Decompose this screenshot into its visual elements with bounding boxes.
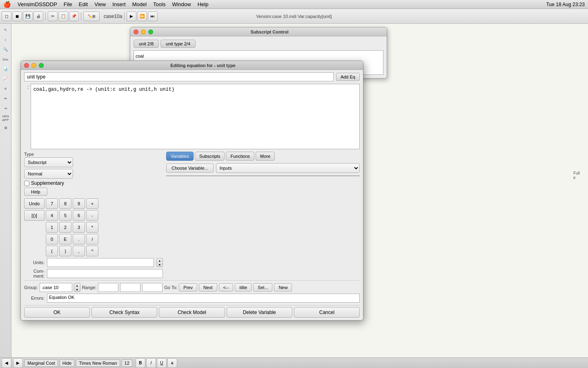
sidebar-arrow-icon[interactable]: ↖ [1,25,10,34]
toolbar-btn-3[interactable]: 💾 [23,11,33,21]
sidebar-chart-icon[interactable]: 📊 [1,65,10,74]
range-input-2[interactable] [120,283,140,292]
inputs-select[interactable]: Inputs [216,163,360,173]
kp-plus[interactable]: + [86,198,98,209]
toolbar-btn-9[interactable]: ⏭ [148,11,158,21]
eq-max-btn[interactable] [39,63,44,68]
kp-4[interactable]: 4 [46,210,58,221]
cancel-button[interactable]: Cancel [294,307,360,318]
toolbar-btn-sketch[interactable]: ✏️⊞ [83,11,100,21]
range-input-3[interactable] [142,283,163,292]
kp-9[interactable]: 9 [73,198,85,209]
subscript-item-coal[interactable]: coal [136,52,381,60]
kp-dot[interactable]: . [73,234,85,245]
sidebar-doc-icon[interactable]: Doc [1,55,10,64]
kp-7[interactable]: 7 [46,198,58,209]
sel-button[interactable]: Sel... [253,283,272,292]
kp-close-paren[interactable]: ) [59,246,71,256]
var-name-input[interactable] [24,72,334,81]
toolbar-run-btn[interactable]: ▶ [127,11,136,21]
eq-textarea[interactable] [31,84,360,149]
add-eq-button[interactable]: Add Eq [336,73,360,81]
subscript-close-btn[interactable] [134,29,138,34]
kp-1[interactable]: 1 [46,222,58,233]
supplementary-checkbox[interactable] [24,181,29,186]
eq-min-btn[interactable] [31,63,36,68]
eq-close-btn[interactable] [24,63,29,68]
kp-minus[interactable]: - [86,210,98,221]
subscript-max-btn[interactable] [148,29,153,34]
toolbar-btn-1[interactable]: ◻ [2,11,11,21]
sidebar-cursor-icon[interactable]: ↕ [1,35,10,44]
sidebar-flow-icon[interactable]: ⇒ [1,104,10,113]
subscript-tab-unit[interactable]: unit 2/8 [134,40,159,48]
toolbar-btn-4[interactable]: 🖨 [33,11,43,21]
apple-menu[interactable]: 🍎 [3,1,11,8]
kp-5[interactable]: 5 [59,210,71,221]
menu-item-file[interactable]: File [64,1,72,7]
kp-2[interactable]: 2 [59,222,71,233]
strikethrough-btn[interactable]: s [167,358,177,368]
help-button[interactable]: Help [24,188,47,196]
menu-item-vensim[interactable]: VensimDSSDDP [18,1,57,7]
new-button[interactable]: New [274,283,292,292]
kp-6[interactable]: 6 [73,210,85,221]
tab-functions[interactable]: Functions [226,152,254,161]
stepper-up-icon[interactable]: ▲ [157,258,163,263]
menu-item-tools[interactable]: Tools [153,1,165,7]
sidebar-zoom-icon[interactable]: 🔍 [1,45,10,54]
subscript-min-btn[interactable] [141,29,146,34]
group-stepper[interactable]: ▲ ▼ [74,283,80,292]
iilite-button[interactable]: iilite [235,283,252,292]
toolbar-btn-7[interactable]: 📌 [69,11,79,21]
menu-item-view[interactable]: View [94,1,106,7]
sidebar-var-icon[interactable]: VENAPP [1,114,10,123]
kp-brackets[interactable]: [()] [24,210,45,221]
ok-button[interactable]: OK [24,307,90,318]
kp-comma[interactable]: , [73,246,85,256]
toolbar-btn-8[interactable]: ⏩ [137,11,147,21]
bold-btn[interactable]: B [136,358,145,368]
prev-button[interactable]: Prev [179,283,197,292]
menu-item-model[interactable]: Model [132,1,147,7]
menu-item-window[interactable]: Window [172,1,191,7]
kp-0[interactable]: 0 [46,234,58,245]
menu-item-help[interactable]: Help [198,1,209,7]
choose-variable-button[interactable]: Choose Variable... [166,164,214,173]
kp-undo[interactable]: Undo [24,198,45,209]
range-input-1[interactable] [98,283,118,292]
toolbar-btn-5[interactable]: ✂ [48,11,58,21]
kp-open-paren[interactable]: ( [46,246,58,256]
check-syntax-button[interactable]: Check Syntax [91,307,157,318]
tab-more[interactable]: More [256,152,275,161]
kp-8[interactable]: 8 [59,198,71,209]
units-stepper[interactable]: ▲ ▼ [156,258,163,267]
stepper-down-icon[interactable]: ▼ [157,263,163,267]
arrow-left-button[interactable]: <-- [219,283,234,292]
menu-item-edit[interactable]: Edit [79,1,88,7]
italic-btn[interactable]: I [146,358,156,368]
menu-item-insert[interactable]: Insert [112,1,126,7]
sidebar-list-icon[interactable]: ≡ [1,84,10,93]
units-input[interactable] [47,258,154,267]
normal-select[interactable]: Normal [24,169,73,179]
check-model-button[interactable]: Check Model [159,307,225,318]
statusbar-nav-right[interactable]: ▶ [13,358,23,368]
sidebar-settings-icon[interactable]: ⚙ [1,123,10,132]
group-stepper-up-icon[interactable]: ▲ [74,283,80,287]
underline-btn[interactable]: U [157,358,167,368]
delete-variable-button[interactable]: Delete Variable [227,307,292,318]
tab-subscripts[interactable]: Subscripts [195,152,225,161]
kp-multiply[interactable]: * [86,222,98,233]
type-select[interactable]: Subscript [24,157,73,167]
sidebar-draw-icon[interactable]: ✏ [1,94,10,103]
subscript-tab-unit-type[interactable]: unit type 2/4 [160,40,196,48]
kp-3[interactable]: 3 [73,222,85,233]
comment-input[interactable] [47,269,163,278]
tab-variables[interactable]: Variables [166,152,194,161]
toolbar-btn-6[interactable]: 📋 [58,11,68,21]
sidebar-graph-icon[interactable]: 📈 [1,74,10,83]
group-stepper-down-icon[interactable]: ▼ [74,287,80,292]
next-button[interactable]: Next [199,283,217,292]
toolbar-btn-2[interactable]: ◼ [12,11,22,21]
